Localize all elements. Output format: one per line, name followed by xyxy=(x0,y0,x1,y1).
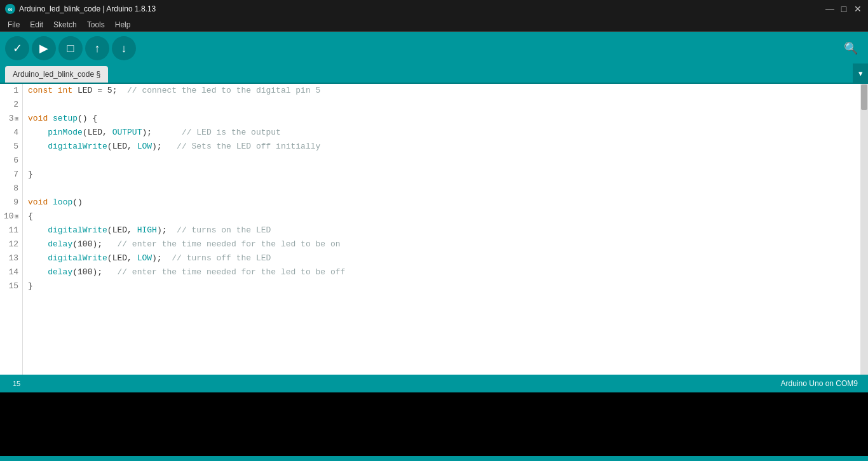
vertical-scrollbar[interactable] xyxy=(860,84,868,375)
line-num-8: 8 xyxy=(3,182,18,196)
tab-bar: Arduino_led_blink_code § ▾ xyxy=(0,65,868,84)
code-line-7: } xyxy=(28,168,868,182)
search-button[interactable]: 🔍 xyxy=(839,36,863,60)
menu-file[interactable]: File xyxy=(3,19,25,30)
minimize-button[interactable]: — xyxy=(825,4,835,14)
line-num-13: 13 xyxy=(3,251,18,265)
code-line-9: void loop() xyxy=(28,196,868,210)
scrollbar-thumb[interactable] xyxy=(861,84,867,110)
line-num-5: 5 xyxy=(3,140,18,154)
line-num-3: 3▣ xyxy=(3,112,18,126)
code-line-3: void setup() { xyxy=(28,112,868,126)
open-button[interactable]: ↑ xyxy=(85,36,109,60)
upload-button[interactable]: ▶ xyxy=(32,36,56,60)
code-line-12: delay(100); // enter the time needed for… xyxy=(28,237,868,251)
line-count: 15 xyxy=(10,380,20,387)
code-line-1: const int LED = 5; // connect the led to… xyxy=(28,84,868,98)
code-line-10: { xyxy=(28,210,868,224)
line-num-1: 1 xyxy=(3,84,18,98)
line-num-15: 15 xyxy=(3,279,18,293)
line-num-2: 2 xyxy=(3,98,18,112)
tab-label: Arduino_led_blink_code § xyxy=(13,70,100,79)
code-line-15: } xyxy=(28,279,868,293)
tab-dropdown-button[interactable]: ▾ xyxy=(853,63,868,83)
menu-edit[interactable]: Edit xyxy=(25,19,48,30)
menu-bar: File Edit Sketch Tools Help xyxy=(0,18,868,32)
close-button[interactable]: ✕ xyxy=(853,4,863,14)
title-bar: ∞ Arduino_led_blink_code | Arduino 1.8.1… xyxy=(0,0,868,18)
verify-button[interactable]: ✓ xyxy=(5,36,29,60)
line-num-12: 12 xyxy=(3,237,18,251)
code-line-6 xyxy=(28,154,868,168)
board-info: Arduino Uno on COM9 xyxy=(781,379,858,388)
maximize-button[interactable]: □ xyxy=(839,4,849,14)
line-num-14: 14 xyxy=(3,265,18,279)
line-num-10: 10▣ xyxy=(3,210,18,224)
window-controls: — □ ✕ xyxy=(825,4,863,14)
line-num-4: 4 xyxy=(3,126,18,140)
code-line-2 xyxy=(28,98,868,112)
code-line-4: pinMode(LED, OUTPUT); // LED is the outp… xyxy=(28,126,868,140)
line-num-9: 9 xyxy=(3,196,18,210)
editor-container: 1 2 3▣ 4 5 6 7 8 9 10▣ 11 12 13 14 15 co… xyxy=(0,84,868,375)
save-button[interactable]: ↓ xyxy=(112,36,136,60)
window-title: Arduino_led_blink_code | Arduino 1.8.13 xyxy=(19,4,825,13)
menu-sketch[interactable]: Sketch xyxy=(48,19,82,30)
menu-tools[interactable]: Tools xyxy=(82,19,110,30)
code-line-14: delay(100); // enter the time needed for… xyxy=(28,265,868,279)
editor-tab[interactable]: Arduino_led_blink_code § xyxy=(5,66,108,83)
menu-help[interactable]: Help xyxy=(110,19,136,30)
app-icon: ∞ xyxy=(5,4,15,14)
line-numbers: 1 2 3▣ 4 5 6 7 8 9 10▣ 11 12 13 14 15 xyxy=(0,84,23,375)
bottom-status-bar: 15 Arduino Uno on COM9 xyxy=(0,456,868,461)
code-line-8 xyxy=(28,182,868,196)
status-bar: 15 Arduino Uno on COM9 xyxy=(0,375,868,392)
toolbar: ✓ ▶ □ ↑ ↓ 🔍 xyxy=(0,32,868,65)
console-area xyxy=(0,392,868,456)
line-num-6: 6 xyxy=(3,154,18,168)
line-num-7: 7 xyxy=(3,168,18,182)
code-area[interactable]: const int LED = 5; // connect the led to… xyxy=(23,84,868,375)
line-num-11: 11 xyxy=(3,224,18,237)
code-line-11: digitalWrite(LED, HIGH); // turns on the… xyxy=(28,224,868,237)
new-button[interactable]: □ xyxy=(58,36,83,60)
code-line-5: digitalWrite(LED, LOW); // Sets the LED … xyxy=(28,140,868,154)
code-line-13: digitalWrite(LED, LOW); // turns off the… xyxy=(28,251,868,265)
